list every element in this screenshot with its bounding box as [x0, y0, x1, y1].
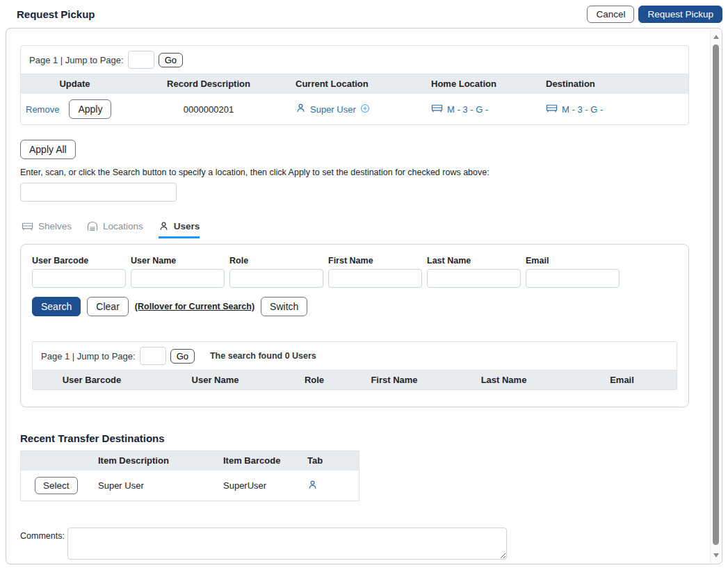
recent-table-header: Item Description Item Barcode Tab: [21, 451, 359, 470]
user-name-input[interactable]: [131, 269, 225, 288]
scrollbar-down-arrow[interactable]: [713, 553, 719, 557]
clear-button[interactable]: Clear: [87, 297, 128, 316]
field-user-barcode: User Barcode: [32, 256, 126, 288]
records-pagination: Page 1 | Jump to Page: Go: [21, 46, 688, 74]
last-name-label: Last Name: [427, 256, 521, 266]
panel-content: Page 1 | Jump to Page: Go Update Record …: [6, 28, 712, 570]
tab-users[interactable]: Users: [159, 221, 200, 238]
remove-link[interactable]: Remove: [26, 104, 59, 115]
column-header-item-description: Item Description: [95, 455, 220, 466]
last-name-input[interactable]: [427, 269, 521, 288]
column-header-destination: Destination: [546, 79, 685, 89]
current-location-link[interactable]: Super User: [296, 103, 370, 115]
first-name-input[interactable]: [328, 269, 422, 288]
column-header-user-name: User Name: [151, 375, 280, 385]
role-label: Role: [229, 256, 323, 266]
column-header-role: Role: [280, 375, 349, 385]
top-bar-actions: Cancel Request Pickup: [587, 6, 722, 23]
shelf-icon: [431, 104, 443, 115]
results-page-text: Page 1 | Jump to Page:: [41, 351, 136, 361]
apply-button[interactable]: Apply: [69, 99, 111, 119]
user-barcode-input[interactable]: [32, 269, 126, 288]
role-input[interactable]: [229, 269, 323, 288]
column-header-first-name: First Name: [349, 375, 439, 385]
results-table-header: User Barcode User Name Role First Name L…: [33, 370, 677, 389]
destination-link[interactable]: M - 3 - G -: [546, 104, 603, 115]
records-table: Page 1 | Jump to Page: Go Update Record …: [20, 45, 689, 125]
tab-locations[interactable]: Locations: [87, 221, 143, 238]
comments-section: Comments:: [20, 528, 698, 560]
scrollbar-up-arrow[interactable]: [713, 35, 719, 39]
email-input[interactable]: [526, 269, 620, 288]
tab-users-label: Users: [174, 221, 200, 231]
switch-button[interactable]: Switch: [261, 297, 307, 316]
current-location-cell: Super User: [289, 103, 431, 115]
select-cell: Select: [21, 477, 95, 494]
email-label: Email: [526, 256, 620, 266]
field-role: Role: [229, 256, 323, 288]
field-user-name: User Name: [131, 256, 225, 288]
search-button[interactable]: Search: [32, 297, 81, 316]
user-name-label: User Name: [131, 256, 225, 266]
tab-bar: Shelves Locations Users: [22, 221, 698, 238]
current-location-text: Super User: [310, 104, 356, 115]
page-title: Request Pickup: [17, 8, 95, 20]
column-header-select: [21, 455, 95, 466]
user-results-table: Page 1 | Jump to Page: Go The search fou…: [32, 341, 677, 390]
rollover-current-search-link[interactable]: (Rollover for Current Search): [135, 302, 254, 311]
search-buttons-row: Search Clear (Rollover for Current Searc…: [32, 297, 677, 316]
scrollbar-thumb[interactable]: [713, 44, 719, 545]
tab-shelves[interactable]: Shelves: [22, 221, 72, 238]
records-go-button[interactable]: Go: [159, 53, 183, 67]
update-cell: Remove Apply: [21, 99, 129, 119]
column-header-home-location: Home Location: [431, 79, 546, 89]
home-location-cell: M - 3 - G -: [431, 104, 546, 115]
comments-textarea[interactable]: [67, 528, 507, 560]
warehouse-icon: [87, 221, 98, 231]
column-header-record-description: Record Description: [129, 79, 289, 89]
home-location-link[interactable]: M - 3 - G -: [431, 104, 488, 115]
shelf-icon: [22, 222, 33, 231]
table-row: Select Super User SuperUser: [21, 470, 359, 500]
column-header-email: Email: [568, 375, 676, 385]
user-search-panel: User Barcode User Name Role First Name L…: [20, 244, 689, 407]
recent-transfers-table: Item Description Item Barcode Tab Select…: [20, 450, 359, 501]
results-jump-to-page-input[interactable]: [140, 347, 166, 365]
column-header-current-location: Current Location: [289, 79, 431, 89]
record-description-cell: 0000000201: [129, 104, 289, 115]
top-bar: Request Pickup Cancel Request Pickup: [0, 0, 728, 28]
main-panel: Page 1 | Jump to Page: Go Update Record …: [6, 28, 722, 564]
column-header-tab: Tab: [305, 455, 359, 466]
column-header-last-name: Last Name: [439, 375, 568, 385]
search-fields: User Barcode User Name Role First Name L…: [32, 256, 677, 288]
request-pickup-button[interactable]: Request Pickup: [638, 6, 722, 23]
records-jump-to-page-input[interactable]: [128, 51, 154, 69]
destination-text: M - 3 - G -: [562, 104, 603, 115]
select-button[interactable]: Select: [35, 477, 78, 494]
apply-all-button[interactable]: Apply All: [20, 140, 76, 159]
user-icon: [307, 482, 318, 492]
user-barcode-label: User Barcode: [32, 256, 126, 266]
column-header-item-barcode: Item Barcode: [220, 455, 305, 466]
results-go-button[interactable]: Go: [170, 349, 195, 364]
user-icon: [159, 221, 169, 231]
field-last-name: Last Name: [427, 256, 521, 288]
shelf-icon: [546, 104, 558, 115]
tab-shelves-label: Shelves: [38, 221, 72, 231]
item-barcode-cell: SuperUser: [220, 480, 305, 491]
tab-locations-label: Locations: [103, 221, 143, 231]
tab-cell: [305, 480, 359, 492]
add-circle-icon[interactable]: [360, 104, 370, 115]
records-table-header: Update Record Description Current Locati…: [21, 74, 688, 93]
first-name-label: First Name: [328, 256, 422, 266]
recent-transfer-destinations-title: Recent Transfer Destinations: [20, 432, 698, 444]
home-location-text: M - 3 - G -: [447, 104, 488, 115]
location-input[interactable]: [20, 183, 177, 202]
comments-label: Comments:: [20, 528, 65, 560]
field-first-name: First Name: [328, 256, 422, 288]
results-pagination: Page 1 | Jump to Page: Go The search fou…: [33, 342, 677, 370]
cancel-button[interactable]: Cancel: [587, 6, 634, 23]
table-row: Remove Apply 0000000201 Super User: [21, 93, 688, 124]
vertical-scrollbar[interactable]: [710, 29, 721, 563]
user-icon: [296, 103, 306, 115]
